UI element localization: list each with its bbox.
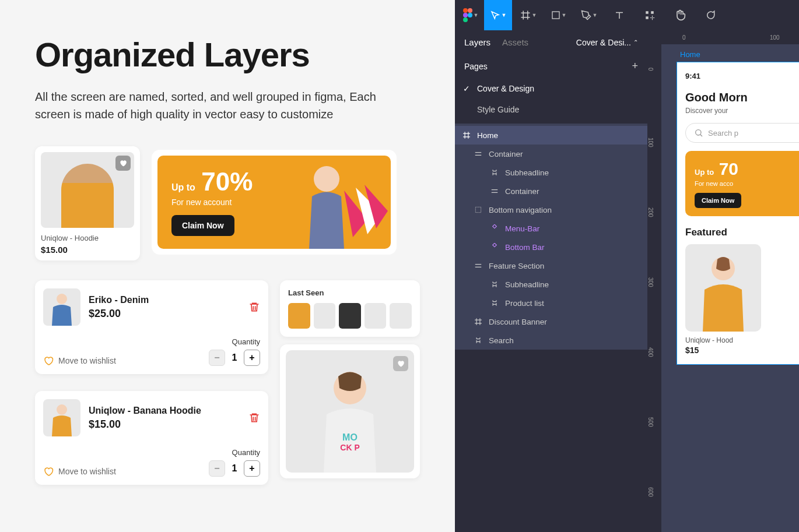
move-to-wishlist-button[interactable]: Move to wishlist (43, 355, 116, 366)
layer-label: Subheadline (505, 280, 549, 289)
last-seen-thumb[interactable] (365, 303, 387, 329)
rectangle-tool-icon[interactable]: ▼ (545, 0, 573, 30)
move-tool-icon[interactable]: ▼ (484, 0, 512, 30)
svg-rect-13 (651, 11, 654, 14)
layer-row[interactable]: Search (455, 331, 647, 350)
layer-row[interactable]: Feature Section (455, 256, 647, 275)
layer-row[interactable]: Menu-Bar (455, 219, 647, 238)
promo-percentage: 70% (201, 167, 253, 196)
figma-menu-icon[interactable]: ▼ (460, 0, 482, 30)
product-card-kid[interactable]: MOCK P (280, 344, 420, 478)
layer-row[interactable]: Container (455, 182, 647, 200)
qty-increase-button[interactable]: + (244, 460, 260, 477)
figma-toolbar: ▼ ▼ ▼ ▼ ▼ (455, 0, 799, 30)
claim-now-button[interactable]: Claim Now (171, 215, 234, 236)
product-image (685, 244, 761, 332)
ruler-horizontal: 0 100 (647, 30, 799, 44)
add-page-icon[interactable]: + (632, 60, 638, 72)
last-seen-thumb[interactable] (390, 303, 412, 329)
layer-label: Discount Banner (489, 318, 547, 326)
comment-tool-icon[interactable] (696, 0, 724, 30)
claim-now-button[interactable]: Claim Now (695, 193, 741, 208)
pen-tool-icon[interactable]: ▼ (575, 0, 603, 30)
featured-product[interactable]: Uniqlow - Hood $15 (685, 244, 799, 355)
promo-upto-label: Up to (695, 168, 714, 177)
resources-tool-icon[interactable] (636, 0, 664, 30)
svg-point-19 (696, 130, 701, 135)
qty-decrease-button[interactable]: − (209, 350, 225, 366)
figma-canvas[interactable]: 0 100 0 100 200 300 400 500 600 Home 9:4… (647, 30, 799, 532)
text-tool-icon[interactable] (605, 0, 633, 30)
favorite-icon[interactable] (393, 356, 408, 371)
autolayout-icon (474, 149, 483, 158)
frame-label[interactable]: Home (680, 50, 700, 59)
svg-point-10 (463, 17, 468, 22)
promo-banner[interactable]: Up to 70 For new acco Claim Now (685, 151, 799, 216)
svg-point-2 (57, 404, 67, 415)
qty-increase-button[interactable]: + (244, 350, 260, 366)
heart-icon (43, 355, 54, 366)
layers-panel: Layers Assets Cover & Desi... ⌃ Pages + … (455, 30, 647, 532)
last-seen-thumb[interactable] (288, 303, 310, 329)
layer-label: Search (489, 336, 514, 345)
left-marketing-panel: Organized Layers All the screen are name… (0, 0, 455, 532)
component-icon (490, 224, 499, 233)
layer-row[interactable]: Discount Banner (455, 312, 647, 331)
wishlist-label: Move to wishlist (58, 356, 116, 365)
product-name: Uniqlow - Hood (685, 336, 799, 344)
layer-row[interactable]: Bottom navigation (455, 200, 647, 219)
layer-label: Bottom navigation (489, 206, 552, 214)
layer-row[interactable]: Subheadline (455, 275, 647, 294)
wishlist-label: Move to wishlist (58, 467, 116, 476)
component-icon (490, 242, 499, 252)
product-price: $15 (685, 346, 799, 355)
tab-layers[interactable]: Layers (464, 37, 490, 47)
artboard-home[interactable]: 9:41 Good Morn Discover your Search p Up… (677, 62, 799, 365)
favorite-icon[interactable] (115, 156, 131, 171)
quantity-label: Quantity (209, 448, 260, 457)
file-name-dropdown[interactable]: Cover & Desi... ⌃ (576, 38, 638, 47)
page-item-cover-design[interactable]: ✓ Cover & Design (455, 78, 647, 99)
frame-tool-icon[interactable]: ▼ (514, 0, 542, 30)
product-image (41, 152, 134, 228)
frame-icon (462, 131, 471, 140)
layer-row[interactable]: Home (455, 126, 647, 145)
qty-decrease-button[interactable]: − (209, 460, 225, 477)
svg-point-0 (314, 166, 339, 192)
page-subtitle: All the screen are named, sorted, and we… (35, 88, 385, 123)
last-seen-thumb[interactable] (314, 303, 336, 329)
trash-icon[interactable] (248, 301, 260, 313)
product-card[interactable]: Uniqlow - Hoodie $15.00 (35, 146, 140, 260)
svg-rect-16 (475, 207, 481, 212)
text-icon (490, 298, 499, 308)
layer-row[interactable]: Bottom Bar (455, 238, 647, 256)
heart-icon (43, 466, 54, 477)
frame-icon (474, 317, 483, 326)
search-input[interactable]: Search p (685, 123, 799, 143)
quantity-value: 1 (230, 463, 239, 474)
layer-row[interactable]: Container (455, 145, 647, 163)
layer-row[interactable]: Subheadline (455, 163, 647, 182)
product-name: Uniqlow - Hoodie (41, 234, 134, 242)
hand-tool-icon[interactable] (666, 0, 694, 30)
svg-point-9 (468, 13, 472, 17)
svg-point-8 (463, 13, 468, 17)
status-bar-time: 9:41 (685, 72, 799, 80)
tab-assets[interactable]: Assets (502, 37, 528, 47)
move-to-wishlist-button[interactable]: Move to wishlist (43, 466, 116, 477)
svg-point-1 (57, 294, 67, 304)
trash-icon[interactable] (248, 412, 260, 424)
layer-row[interactable]: Product list (455, 294, 647, 312)
layer-label: Subheadline (505, 168, 549, 177)
cart-item-price: $25.00 (89, 308, 240, 320)
page-item-style-guide[interactable]: Style Guide (455, 99, 647, 120)
svg-rect-18 (493, 243, 497, 247)
last-seen-card: Last Seen (280, 280, 420, 337)
layer-label: Bottom Bar (505, 243, 545, 252)
search-icon (694, 128, 703, 138)
text-icon (490, 280, 499, 289)
promo-banner: Up to 70% For new account Claim Now (152, 150, 397, 255)
last-seen-thumb[interactable] (339, 303, 361, 329)
svg-rect-11 (552, 12, 559, 19)
quantity-value: 1 (230, 353, 239, 363)
